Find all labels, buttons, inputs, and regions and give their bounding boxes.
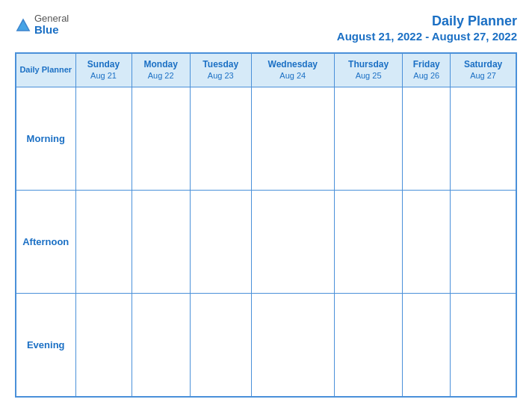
morning-thursday-cell[interactable] bbox=[334, 87, 403, 191]
afternoon-label: Afternoon bbox=[16, 191, 75, 294]
afternoon-friday-cell[interactable] bbox=[403, 191, 451, 294]
title-area: Daily Planner August 21, 2022 - August 2… bbox=[337, 13, 517, 43]
evening-saturday-cell[interactable] bbox=[451, 294, 516, 397]
day-name-monday: Monday bbox=[134, 59, 188, 71]
afternoon-thursday-cell[interactable] bbox=[334, 191, 403, 294]
col-header-wednesday: Wednesday Aug 24 bbox=[251, 53, 334, 87]
day-date-friday: Aug 26 bbox=[404, 70, 448, 81]
evening-sunday-cell[interactable] bbox=[75, 294, 132, 397]
logo-area: General Blue bbox=[15, 13, 69, 37]
day-name-sunday: Sunday bbox=[78, 59, 130, 71]
page: General Blue Daily Planner August 21, 20… bbox=[0, 0, 532, 411]
col-header-tuesday: Tuesday Aug 23 bbox=[190, 53, 251, 87]
evening-tuesday-cell[interactable] bbox=[190, 294, 251, 397]
evening-label: Evening bbox=[16, 294, 75, 397]
afternoon-saturday-cell[interactable] bbox=[451, 191, 516, 294]
col-header-friday: Friday Aug 26 bbox=[403, 53, 451, 87]
day-date-thursday: Aug 25 bbox=[336, 70, 401, 81]
col-header-sunday: Sunday Aug 21 bbox=[75, 53, 132, 87]
day-date-monday: Aug 22 bbox=[134, 70, 188, 81]
col-header-thursday: Thursday Aug 25 bbox=[334, 53, 403, 87]
col-header-saturday: Saturday Aug 27 bbox=[451, 53, 516, 87]
afternoon-tuesday-cell[interactable] bbox=[190, 191, 251, 294]
col-header-monday: Monday Aug 22 bbox=[132, 53, 190, 87]
afternoon-monday-cell[interactable] bbox=[132, 191, 190, 294]
morning-monday-cell[interactable] bbox=[132, 87, 190, 191]
afternoon-row: Afternoon bbox=[16, 191, 516, 294]
day-date-tuesday: Aug 23 bbox=[192, 70, 250, 81]
planner-header-cell: Daily Planner bbox=[16, 53, 75, 87]
logo-blue-text: Blue bbox=[34, 24, 69, 37]
day-date-sunday: Aug 21 bbox=[78, 70, 130, 81]
logo-icon bbox=[15, 17, 31, 34]
evening-monday-cell[interactable] bbox=[132, 294, 190, 397]
afternoon-wednesday-cell[interactable] bbox=[251, 191, 334, 294]
date-range: August 21, 2022 - August 27, 2022 bbox=[337, 30, 517, 43]
logo-general-text: General bbox=[34, 13, 69, 24]
morning-tuesday-cell[interactable] bbox=[190, 87, 251, 191]
calendar-table: Daily Planner Sunday Aug 21 Monday Aug 2… bbox=[15, 52, 517, 398]
evening-row: Evening bbox=[16, 294, 516, 397]
day-date-saturday: Aug 27 bbox=[452, 70, 514, 81]
morning-row: Morning bbox=[16, 87, 516, 191]
header: General Blue Daily Planner August 21, 20… bbox=[15, 13, 517, 43]
page-title: Daily Planner bbox=[432, 13, 517, 28]
afternoon-sunday-cell[interactable] bbox=[75, 191, 132, 294]
logo-text: General Blue bbox=[34, 13, 69, 37]
day-name-friday: Friday bbox=[404, 59, 448, 71]
evening-thursday-cell[interactable] bbox=[334, 294, 403, 397]
day-name-wednesday: Wednesday bbox=[253, 59, 332, 71]
evening-wednesday-cell[interactable] bbox=[251, 294, 334, 397]
morning-label: Morning bbox=[16, 87, 75, 191]
day-name-tuesday: Tuesday bbox=[192, 59, 250, 71]
day-name-thursday: Thursday bbox=[336, 59, 401, 71]
morning-friday-cell[interactable] bbox=[403, 87, 451, 191]
header-row: Daily Planner Sunday Aug 21 Monday Aug 2… bbox=[16, 53, 516, 87]
morning-saturday-cell[interactable] bbox=[451, 87, 516, 191]
morning-sunday-cell[interactable] bbox=[75, 87, 132, 191]
evening-friday-cell[interactable] bbox=[403, 294, 451, 397]
day-name-saturday: Saturday bbox=[452, 59, 514, 71]
day-date-wednesday: Aug 24 bbox=[253, 70, 332, 81]
morning-wednesday-cell[interactable] bbox=[251, 87, 334, 191]
